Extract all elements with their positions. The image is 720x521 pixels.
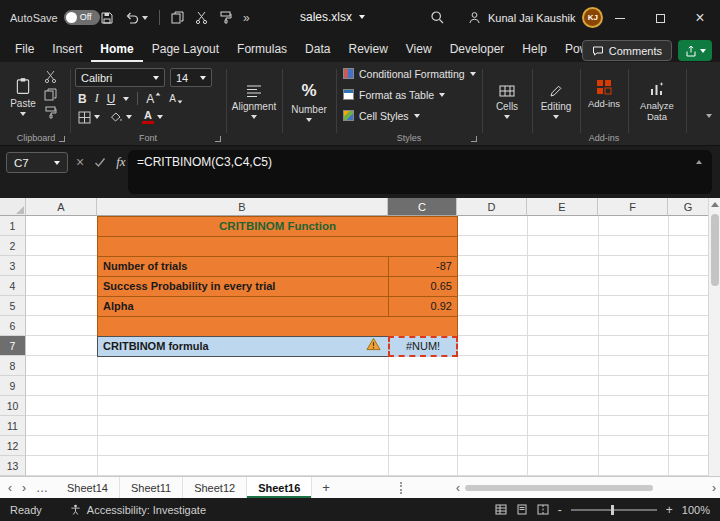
- row-header-3[interactable]: 3: [0, 256, 26, 276]
- tab-help[interactable]: Help: [513, 37, 556, 62]
- zoom-slider[interactable]: [571, 509, 657, 511]
- name-box[interactable]: C7: [6, 152, 68, 173]
- undo-dropdown-icon[interactable]: [142, 16, 148, 20]
- column-header-a[interactable]: A: [26, 198, 97, 216]
- undo-button[interactable]: [125, 11, 148, 25]
- formula-bar-collapse-icon[interactable]: [696, 160, 702, 164]
- cell-styles-button[interactable]: Cell Styles: [343, 106, 480, 125]
- format-painter-icon[interactable]: [219, 11, 232, 24]
- column-header-d[interactable]: D: [457, 198, 527, 216]
- vertical-scrollbar[interactable]: [708, 198, 720, 476]
- cell-b5-label[interactable]: Alpha: [97, 296, 389, 317]
- clipboard-dialog-launcher-icon[interactable]: [59, 136, 65, 142]
- scroll-right-icon[interactable]: ›: [712, 481, 716, 495]
- number-group-button[interactable]: % Number: [284, 62, 334, 140]
- row-header-9[interactable]: 9: [0, 376, 26, 396]
- row-header-11[interactable]: 11: [0, 416, 26, 436]
- zoom-in-button[interactable]: +: [666, 503, 673, 517]
- cell-c3-value[interactable]: -87: [388, 256, 458, 277]
- page-layout-view-icon[interactable]: [516, 504, 528, 515]
- sheet-list-icon[interactable]: …: [36, 481, 48, 495]
- search-icon[interactable]: [430, 10, 445, 25]
- column-header-f[interactable]: F: [598, 198, 668, 216]
- normal-view-icon[interactable]: [495, 504, 507, 515]
- formula-input[interactable]: =CRITBINOM(C3,C4,C5): [128, 150, 712, 194]
- tab-scroll-splitter[interactable]: [400, 482, 402, 494]
- sheet-next-icon[interactable]: ›: [22, 481, 26, 495]
- share-button[interactable]: [678, 40, 712, 61]
- format-as-table-button[interactable]: Format as Table: [343, 85, 480, 104]
- cell-c7-selected-error[interactable]: #NUM!: [388, 336, 458, 357]
- sheet-tab-sheet16-active[interactable]: Sheet16: [247, 477, 312, 498]
- tab-developer[interactable]: Developer: [441, 37, 514, 62]
- sheet-tab-sheet12[interactable]: Sheet12: [183, 477, 247, 498]
- tab-page-layout[interactable]: Page Layout: [143, 37, 228, 62]
- copy-icon[interactable]: [44, 88, 57, 101]
- sheet-tab-sheet14[interactable]: Sheet14: [56, 477, 120, 498]
- cell-c4-value[interactable]: 0.65: [388, 276, 458, 297]
- editing-group-button[interactable]: Editing: [534, 62, 578, 140]
- bold-button[interactable]: B: [78, 92, 87, 106]
- accessibility-status[interactable]: Accessibility: Investigate: [70, 504, 206, 516]
- vertical-scroll-thumb[interactable]: [711, 214, 719, 286]
- insert-function-icon[interactable]: fx: [116, 154, 125, 170]
- cell-c5-value[interactable]: 0.92: [388, 296, 458, 317]
- fill-color-button[interactable]: [110, 112, 132, 122]
- close-button[interactable]: ×: [680, 0, 720, 36]
- row-header-5[interactable]: 5: [0, 296, 26, 316]
- grid-body[interactable]: 1 2 3 4 5 6 7 8 9 10 11 12 13 CRITBINOM …: [0, 216, 708, 476]
- row-header-13[interactable]: 13: [0, 456, 26, 476]
- horizontal-scroll-track[interactable]: [465, 484, 707, 492]
- font-dialog-launcher-icon[interactable]: [215, 136, 221, 142]
- borders-button[interactable]: [78, 111, 100, 124]
- tab-formulas[interactable]: Formulas: [228, 37, 296, 62]
- increase-font-button[interactable]: A: [146, 92, 161, 106]
- comments-button[interactable]: Comments: [582, 40, 672, 61]
- row-header-4[interactable]: 4: [0, 276, 26, 296]
- autosave-toggle[interactable]: Off: [64, 10, 100, 25]
- row-header-8[interactable]: 8: [0, 356, 26, 376]
- zoom-level[interactable]: 100%: [682, 504, 710, 516]
- conditional-formatting-button[interactable]: Conditional Formatting: [343, 64, 480, 83]
- styles-dialog-launcher-icon[interactable]: [471, 136, 477, 142]
- font-size-select[interactable]: 14: [170, 68, 212, 87]
- tab-view[interactable]: View: [397, 37, 441, 62]
- sheet-tab-sheet11[interactable]: Sheet11: [120, 477, 183, 498]
- scroll-up-icon[interactable]: [711, 202, 719, 207]
- tab-insert[interactable]: Insert: [43, 37, 91, 62]
- ribbon-collapse-icon[interactable]: [706, 114, 712, 118]
- italic-button[interactable]: I: [95, 91, 99, 106]
- tab-home[interactable]: Home: [91, 37, 142, 62]
- tab-review[interactable]: Review: [339, 37, 396, 62]
- column-header-b[interactable]: B: [97, 198, 388, 216]
- toolbar-overflow-icon[interactable]: »: [243, 11, 250, 25]
- document-title[interactable]: sales.xlsx: [300, 10, 365, 24]
- row-header-1[interactable]: 1: [0, 216, 26, 236]
- column-header-e[interactable]: E: [527, 198, 598, 216]
- new-sheet-button[interactable]: +: [312, 477, 340, 498]
- decrease-font-button[interactable]: A: [169, 93, 183, 104]
- format-painter-icon[interactable]: [44, 106, 57, 119]
- font-color-button[interactable]: A: [142, 110, 163, 124]
- enter-icon[interactable]: [94, 157, 106, 168]
- maximize-button[interactable]: [640, 0, 680, 36]
- cell-b4-label[interactable]: Success Probability in every trial: [97, 276, 389, 297]
- column-header-g[interactable]: G: [668, 198, 708, 216]
- tab-file[interactable]: File: [6, 37, 43, 62]
- cell-b6-empty[interactable]: [97, 316, 458, 337]
- autosave-control[interactable]: AutoSave Off: [10, 10, 100, 25]
- row-header-2[interactable]: 2: [0, 236, 26, 256]
- zoom-slider-thumb[interactable]: [611, 505, 614, 515]
- row-header-12[interactable]: 12: [0, 436, 26, 456]
- scroll-left-icon[interactable]: ‹: [456, 481, 460, 495]
- sheet-prev-icon[interactable]: ‹: [8, 481, 12, 495]
- paste-button[interactable]: Paste: [7, 67, 39, 125]
- minimize-button[interactable]: [600, 0, 640, 36]
- underline-dropdown-icon[interactable]: [123, 97, 129, 101]
- cell-b2-empty[interactable]: [97, 236, 458, 257]
- cell-b1-title[interactable]: CRITBINOM Function: [97, 216, 458, 237]
- cut-icon[interactable]: [44, 70, 57, 83]
- cut-icon[interactable]: [195, 11, 208, 24]
- column-header-c[interactable]: C: [388, 198, 457, 216]
- font-name-select[interactable]: Calibri: [75, 68, 165, 87]
